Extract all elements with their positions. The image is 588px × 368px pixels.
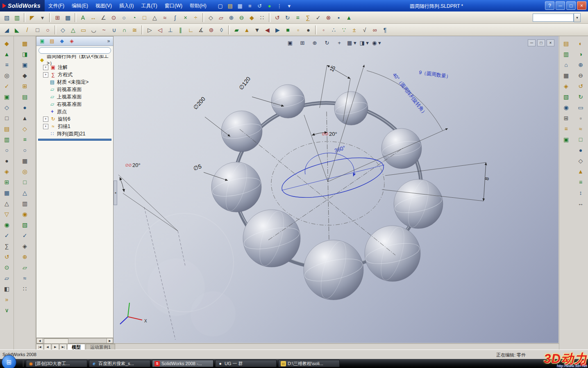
doc-minimize-button[interactable]: ─ xyxy=(528,39,536,46)
left-tool-icon-2[interactable]: ▲ xyxy=(2,49,12,59)
tab-nav-next-icon[interactable]: ▶ xyxy=(52,344,59,350)
linear-pattern-icon[interactable]: ◁ xyxy=(155,25,165,35)
left-inner-tool-icon-8[interactable]: ▲ xyxy=(20,113,30,123)
extrude-icon[interactable]: ◢ xyxy=(2,25,12,35)
left-inner-tool-icon-12[interactable]: ▦ xyxy=(20,156,30,165)
right-outer-tool-icon-4[interactable]: ⊖ xyxy=(576,71,586,80)
dim-d120-text[interactable]: ∅120 xyxy=(238,75,252,91)
menu-help[interactable]: 帮助(H) xyxy=(186,1,210,11)
mirror-feature-icon[interactable]: ▷ xyxy=(145,25,155,35)
pan-icon[interactable]: + xyxy=(335,39,344,47)
right-outer-tool-icon-11[interactable]: ● xyxy=(576,145,586,155)
left-inner-tool-icon-18[interactable]: ▧ xyxy=(20,220,30,229)
model-view[interactable]: 360° ∅120 ∅200 ∅5 15 8 xyxy=(114,36,558,343)
check-sketch-icon[interactable]: ✓ xyxy=(313,13,323,23)
reference-axis-icon[interactable]: ∟ xyxy=(186,25,196,35)
left-tool-icon-10[interactable]: ▥ xyxy=(2,135,12,144)
dim-40-text[interactable]: 40°（圆周阵列旋转角） xyxy=(392,72,428,116)
menu-edit[interactable]: 编辑(E) xyxy=(68,1,92,11)
select-arrow-icon[interactable]: ◤ xyxy=(27,13,37,23)
dimension-20-top[interactable]: ∅∅ 20° xyxy=(304,115,337,182)
menu-tools[interactable]: 工具(T) xyxy=(137,1,161,11)
tab-nav-first-icon[interactable]: |◀ xyxy=(36,344,43,350)
dim-count-text[interactable]: 9（圆周数量） xyxy=(419,69,452,80)
cut-extrude-icon[interactable]: ◣ xyxy=(12,25,22,35)
panel-horizontal-scrollbar[interactable]: ◀ ▶ xyxy=(36,338,114,343)
right-outer-tool-icon-2[interactable]: ◑ xyxy=(576,49,586,59)
equations-icon[interactable]: ∑ xyxy=(303,13,313,23)
add-relation-icon[interactable]: ⊕ xyxy=(226,13,236,23)
spell-check-icon[interactable]: A xyxy=(78,13,88,23)
construction-geometry-icon[interactable]: ▲ xyxy=(344,13,354,23)
minimize-button[interactable]: ─ xyxy=(556,1,565,10)
left-inner-tool-icon-23[interactable]: ≈ xyxy=(20,273,30,283)
dim-d200-text[interactable]: ∅200 xyxy=(192,96,207,111)
right-outer-tool-icon-7[interactable]: ▭ xyxy=(576,103,586,112)
scroll-right-icon[interactable]: ▶ xyxy=(107,338,113,343)
left-tool-icon-20[interactable]: ∑ xyxy=(2,241,12,251)
undo-icon[interactable]: ↺ xyxy=(255,2,264,10)
start-button[interactable]: ⊞ xyxy=(2,355,16,368)
tree-item-circular-pattern21[interactable]: ∷ 阵列(圆周)21 xyxy=(36,130,113,137)
sweep-icon[interactable]: ◇ xyxy=(58,25,68,35)
left-tool-icon-19[interactable]: ✓ xyxy=(2,231,12,240)
dimension-count[interactable]: 9（圆周数量） xyxy=(419,69,452,80)
left-tool-icon-17[interactable]: ▽ xyxy=(2,209,12,219)
tree-item-equations[interactable]: + ∑ 方程式 xyxy=(36,71,113,78)
smart-dimension-icon[interactable]: ↔ xyxy=(88,13,98,23)
property-manager-tab-icon[interactable]: ▤ xyxy=(48,37,56,45)
line-icon[interactable]: / xyxy=(22,25,32,35)
circular-pattern-icon[interactable]: ⊥ xyxy=(165,25,175,35)
left-tool-icon-22[interactable]: ⊙ xyxy=(2,263,12,272)
left-inner-tool-icon-10[interactable]: ≡ xyxy=(20,135,30,144)
point-icon[interactable]: ▪ xyxy=(334,13,344,23)
no-solve-icon[interactable]: ⊗ xyxy=(323,13,334,23)
right-tool-icon-1[interactable]: ▤ xyxy=(561,39,571,48)
save-icon[interactable]: ▦ xyxy=(236,2,245,10)
right-tool-icon-2[interactable]: ▥ xyxy=(561,49,571,59)
angle-dimension-icon[interactable]: ∠ xyxy=(98,13,109,23)
left-tool-icon-5[interactable]: ✓ xyxy=(2,81,12,91)
rollback-bar[interactable] xyxy=(38,139,111,141)
table-icon[interactable]: ▥ xyxy=(12,13,22,23)
right-outer-tool-icon-6[interactable]: ↻ xyxy=(576,92,586,101)
left-tool-icon-23[interactable]: ▱ xyxy=(2,273,12,283)
zoom-inout-icon[interactable]: ⊕ xyxy=(310,39,319,47)
parallelogram-icon[interactable]: ▱ xyxy=(216,13,226,23)
left-tool-icon-16[interactable]: △ xyxy=(2,199,12,208)
right-outer-tool-icon-13[interactable]: ▲ xyxy=(576,167,586,176)
expand-toggle[interactable]: + xyxy=(43,124,48,129)
zoom-area-icon[interactable]: ⊞ xyxy=(298,39,307,47)
left-tool-icon-15[interactable]: ▦ xyxy=(2,188,12,197)
dimxpert-manager-tab-icon[interactable]: ◈ xyxy=(68,37,76,45)
taskbar-task-solidworks[interactable]: S SolidWorks 2008 -... xyxy=(152,360,213,367)
rectangle-icon[interactable]: □ xyxy=(139,13,150,23)
zoom-fit-icon[interactable]: ▣ xyxy=(286,39,295,47)
sketch-icon[interactable]: ▧ xyxy=(2,13,12,23)
toolbar-combo-input[interactable] xyxy=(533,14,574,22)
right-outer-tool-icon-5[interactable]: ↺ xyxy=(576,81,586,91)
left-inner-tool-icon-19[interactable]: ✓ xyxy=(20,231,30,240)
replace-face-icon[interactable]: ◦ xyxy=(318,25,329,35)
wrap-icon[interactable]: ▼ xyxy=(252,25,262,35)
feature-manager-tab-icon[interactable]: ▣ xyxy=(38,37,46,45)
left-tool-icon-9[interactable]: ▤ xyxy=(2,124,12,133)
draft-icon[interactable]: ∪ xyxy=(109,25,119,35)
left-inner-tool-icon-3[interactable]: ▣ xyxy=(20,60,30,69)
close-button[interactable]: × xyxy=(577,1,586,10)
right-outer-tool-icon-1[interactable]: ◐ xyxy=(576,39,586,48)
divide-icon[interactable]: ÷ xyxy=(191,13,201,23)
rebuild-icon[interactable]: ● xyxy=(265,2,274,10)
menu-file[interactable]: 文件(F) xyxy=(45,1,68,11)
hole-wizard-icon[interactable]: ≅ xyxy=(129,25,140,35)
sphere[interactable] xyxy=(211,161,262,213)
indent-icon[interactable]: ∞ xyxy=(370,25,380,35)
polygon-icon[interactable]: △ xyxy=(150,13,160,23)
left-tool-icon-7[interactable]: ◇ xyxy=(2,103,12,112)
dimension-20-left[interactable]: ∅∅ 20° xyxy=(118,162,178,231)
left-inner-tool-icon-4[interactable]: ◆ xyxy=(20,71,30,80)
tree-item-front-plane[interactable]: ▱ 前视基准面 xyxy=(36,86,113,93)
left-inner-tool-icon-7[interactable]: ● xyxy=(20,103,30,112)
doc-restore-button[interactable]: □ xyxy=(537,39,545,46)
helix-icon[interactable]: ▰ xyxy=(232,25,242,35)
